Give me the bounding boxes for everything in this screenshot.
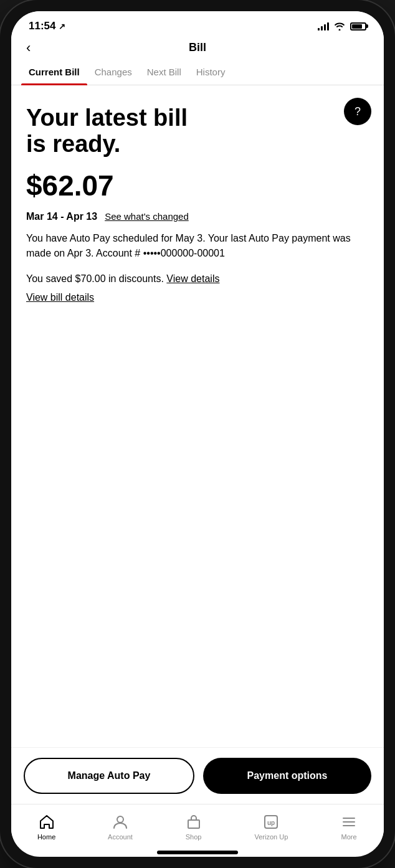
view-bill-details-link[interactable]: View bill details <box>26 292 94 303</box>
view-discount-details-link[interactable]: View details <box>166 273 219 284</box>
signal-bars-icon <box>318 22 329 31</box>
status-icons <box>318 22 366 31</box>
status-time: 11:54 ↗ <box>29 20 65 32</box>
tab-current-bill[interactable]: Current Bill <box>21 59 87 85</box>
shop-icon <box>185 813 202 831</box>
svg-rect-1 <box>188 820 199 828</box>
see-what-changed-link[interactable]: See what's changed <box>105 211 189 222</box>
account-icon <box>112 813 129 831</box>
back-button[interactable]: ‹ <box>24 37 33 59</box>
more-icon <box>340 813 358 831</box>
shop-label: Shop <box>186 833 202 841</box>
battery-icon <box>350 22 366 31</box>
more-label: More <box>341 833 357 841</box>
home-indicator-bar <box>157 851 238 854</box>
location-icon: ↗ <box>59 22 65 31</box>
verizon-up-icon: up <box>262 813 280 831</box>
svg-text:up: up <box>267 819 275 826</box>
nav-item-home[interactable]: Home <box>30 811 63 843</box>
help-icon: ? <box>355 105 361 118</box>
bill-amount: $62.07 <box>26 169 369 202</box>
discounts-text: You saved $70.00 in discounts. <box>26 273 164 284</box>
bottom-nav: Home Account <box>11 804 384 847</box>
svg-point-0 <box>117 816 123 823</box>
bill-period: Mar 14 - Apr 13 See what's changed <box>26 211 369 222</box>
tab-history[interactable]: History <box>189 59 233 85</box>
nav-item-shop[interactable]: Shop <box>178 811 210 843</box>
discounts-row: You saved $70.00 in discounts. View deta… <box>26 273 369 285</box>
phone-screen: 11:54 ↗ <box>11 11 384 857</box>
nav-item-verizon-up[interactable]: up Verizon Up <box>247 811 295 843</box>
bill-period-text: Mar 14 - Apr 13 <box>26 211 97 222</box>
wifi-icon <box>334 22 345 31</box>
bottom-buttons: Manage Auto Pay Payment options <box>11 747 384 804</box>
phone-frame: 11:54 ↗ <box>0 0 395 868</box>
manage-auto-pay-button[interactable]: Manage Auto Pay <box>24 758 194 794</box>
tab-changes[interactable]: Changes <box>87 59 140 85</box>
help-button[interactable]: ? <box>344 98 371 125</box>
account-label: Account <box>108 833 133 841</box>
status-bar: 11:54 ↗ <box>11 11 384 37</box>
auto-pay-text: You have Auto Pay scheduled for May 3. Y… <box>26 231 369 261</box>
nav-header: ‹ Bill <box>11 37 384 59</box>
main-content: ? Your latest bill is ready. $62.07 Mar … <box>11 85 384 747</box>
home-label: Home <box>37 833 55 841</box>
payment-options-button[interactable]: Payment options <box>203 758 371 794</box>
time-display: 11:54 <box>29 20 55 32</box>
tab-next-bill[interactable]: Next Bill <box>140 59 189 85</box>
tabs-container: Current Bill Changes Next Bill History <box>11 59 384 85</box>
page-title: Bill <box>189 41 206 54</box>
nav-item-account[interactable]: Account <box>100 811 140 843</box>
nav-item-more[interactable]: More <box>333 811 365 843</box>
bill-headline: Your latest bill is ready. <box>26 105 213 158</box>
home-icon <box>38 813 55 831</box>
verizon-up-label: Verizon Up <box>254 833 288 841</box>
